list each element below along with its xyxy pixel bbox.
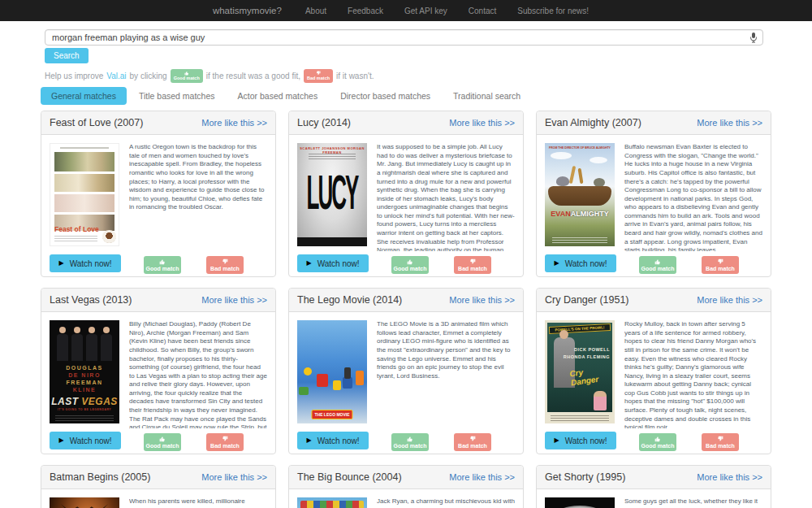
- more-like-this-link[interactable]: More like this >>: [449, 118, 515, 128]
- tab-general-matches[interactable]: General matches: [41, 87, 127, 105]
- bad-match-label: Bad match: [458, 443, 487, 449]
- watch-now-button[interactable]: ▶ Watch now!: [297, 254, 369, 272]
- movie-poster[interactable]: GET SHORTY: [545, 497, 615, 508]
- tab-traditional-search[interactable]: Traditional search: [443, 87, 531, 105]
- movie-poster[interactable]: DOUGLAS DE NIRO FREEMAN KLINE LAST VEGAS…: [50, 320, 119, 423]
- more-like-this-link[interactable]: More like this >>: [201, 118, 267, 128]
- watch-now-label: Watch now!: [565, 259, 607, 268]
- poster-cast-name: DICK POWELL: [574, 347, 610, 352]
- bad-match-label: Bad match: [210, 266, 240, 271]
- watch-now-button[interactable]: ▶ Watch now!: [545, 254, 616, 272]
- nav-link-about[interactable]: About: [295, 7, 337, 15]
- poster-title-part: VEGAS: [81, 396, 118, 407]
- bad-match-button[interactable]: Bad match: [454, 433, 491, 451]
- poster-art: [299, 387, 309, 395]
- card-body: GET SHORTY Some guys get all the luck, w…: [537, 489, 771, 508]
- bad-match-button[interactable]: Bad match: [454, 256, 491, 274]
- poster-title-part: EVAN: [551, 210, 570, 218]
- bad-match-button[interactable]: Bad match: [702, 433, 739, 451]
- watch-now-button[interactable]: ▶ Watch now!: [50, 432, 121, 449]
- more-like-this-link[interactable]: More like this >>: [201, 472, 267, 482]
- poster-title: LUCY: [297, 167, 367, 216]
- help-suffix: if it wasn't.: [336, 72, 374, 80]
- help-brand-link[interactable]: Val.ai: [106, 72, 126, 80]
- good-match-button[interactable]: Good match: [144, 433, 181, 451]
- more-like-this-link[interactable]: More like this >>: [449, 472, 515, 482]
- nav-link-feedback[interactable]: Feedback: [337, 7, 394, 15]
- good-badge-label: Good match: [174, 76, 200, 81]
- poster-art: [343, 377, 352, 389]
- movie-description: Billy (Michael Douglas), Paddy (Robert D…: [129, 320, 267, 428]
- card-header: The Big Bounce (2004) More like this >>: [289, 466, 523, 489]
- search-bar: [45, 29, 763, 46]
- watch-now-button[interactable]: ▶ Watch now!: [545, 432, 616, 449]
- card-actions: ▶ Watch now! Good match Bad match: [289, 426, 523, 452]
- voice-search-button[interactable]: [746, 32, 761, 46]
- nav-link-api-key[interactable]: Get API key: [394, 7, 458, 15]
- poster-art: [309, 153, 356, 159]
- ark-art: [548, 186, 611, 206]
- more-like-this-link[interactable]: More like this >>: [449, 295, 515, 305]
- thumbs-up-icon: [407, 258, 413, 265]
- nav-link-contact[interactable]: Contact: [458, 7, 507, 15]
- good-match-label: Good match: [146, 266, 179, 271]
- coffee-cup-art: [102, 230, 116, 243]
- movie-poster[interactable]: SCARLETT JOHANSSON MORGAN FREEMAN LUCY: [297, 143, 367, 246]
- movie-poster[interactable]: [297, 497, 367, 508]
- watch-now-button[interactable]: ▶ Watch now!: [297, 432, 369, 449]
- bad-match-button[interactable]: Bad match: [206, 256, 244, 274]
- more-like-this-link[interactable]: More like this >>: [201, 295, 267, 305]
- movie-poster[interactable]: FROM THE DIRECTOR OF BRUCE ALMIGHTY EVAN…: [545, 143, 615, 246]
- bad-match-label: Bad match: [706, 266, 735, 271]
- poster-cast-names: DOUGLAS DE NIRO FREEMAN KLINE: [50, 364, 119, 393]
- thumbs-down-icon: [469, 436, 476, 442]
- movie-title: Lucy (2014): [297, 117, 351, 128]
- movie-title: The Lego Movie (2014): [297, 294, 402, 306]
- tab-title-based[interactable]: Title based matches: [128, 87, 226, 105]
- card-body: FROM THE DIRECTOR OF BRUCE ALMIGHTY EVAN…: [537, 135, 771, 277]
- tab-director-based[interactable]: Director based matches: [330, 87, 441, 105]
- good-match-button[interactable]: Good match: [144, 256, 181, 274]
- poster-tagline: FROM THE DIRECTOR OF BRUCE ALMIGHTY: [545, 146, 615, 150]
- movie-poster[interactable]: Feast of Love: [50, 143, 119, 246]
- good-match-badge: Good match: [171, 69, 203, 83]
- movie-poster[interactable]: [50, 497, 119, 508]
- results-grid: Feast of Love (2007) More like this >> F…: [41, 111, 771, 508]
- play-icon: ▶: [58, 437, 63, 444]
- search-input[interactable]: [45, 29, 763, 46]
- bad-match-label: Bad match: [706, 443, 735, 449]
- card-header: Last Vegas (2013) More like this >>: [41, 289, 275, 312]
- good-match-button[interactable]: Good match: [639, 433, 676, 451]
- movie-poster[interactable]: THE LEGO MOVIE: [297, 320, 367, 423]
- good-match-button[interactable]: Good match: [391, 256, 429, 274]
- nav-link-subscribe[interactable]: Subscribe for news!: [507, 7, 599, 15]
- search-button[interactable]: Search: [45, 48, 89, 63]
- brand-logo[interactable]: whatismymovie?: [213, 6, 282, 15]
- good-match-button[interactable]: Good match: [639, 256, 676, 274]
- poster-art: [60, 147, 109, 149]
- card-body: When his parents were killed, millionair…: [41, 489, 275, 508]
- card-actions: ▶ Watch now! Good match Bad match: [289, 249, 523, 275]
- movie-poster[interactable]: POWELL'S ON THE PROWL! DICK POWELL RHOND…: [545, 320, 615, 423]
- more-like-this-link[interactable]: More like this >>: [697, 118, 762, 128]
- card-header: Get Shorty (1995) More like this >>: [537, 466, 771, 489]
- good-match-label: Good match: [641, 266, 675, 271]
- watch-now-button[interactable]: ▶ Watch now!: [50, 254, 121, 272]
- good-match-label: Good match: [394, 266, 427, 271]
- movie-title: Last Vegas (2013): [50, 294, 132, 306]
- movie-card: Last Vegas (2013) More like this >> DOUG…: [41, 288, 276, 454]
- bad-match-button[interactable]: Bad match: [206, 433, 244, 451]
- movie-description: Rocky Mulloy, back in town after serving…: [624, 320, 762, 428]
- card-actions: ▶ Watch now! Good match Bad match: [537, 249, 771, 275]
- tab-actor-based[interactable]: Actor based matches: [227, 87, 329, 105]
- thumbs-up-icon: [159, 436, 166, 442]
- bad-badge-label: Bad match: [307, 76, 330, 81]
- good-match-label: Good match: [394, 443, 427, 449]
- bad-match-button[interactable]: Bad match: [702, 256, 739, 274]
- more-like-this-link[interactable]: More like this >>: [697, 472, 762, 482]
- play-icon: ▶: [554, 437, 559, 444]
- more-like-this-link[interactable]: More like this >>: [697, 295, 762, 305]
- good-match-button[interactable]: Good match: [391, 433, 429, 451]
- poster-art: [551, 415, 609, 421]
- card-body: THE LEGO MOVIE The LEGO Movie is a 3D an…: [289, 312, 523, 454]
